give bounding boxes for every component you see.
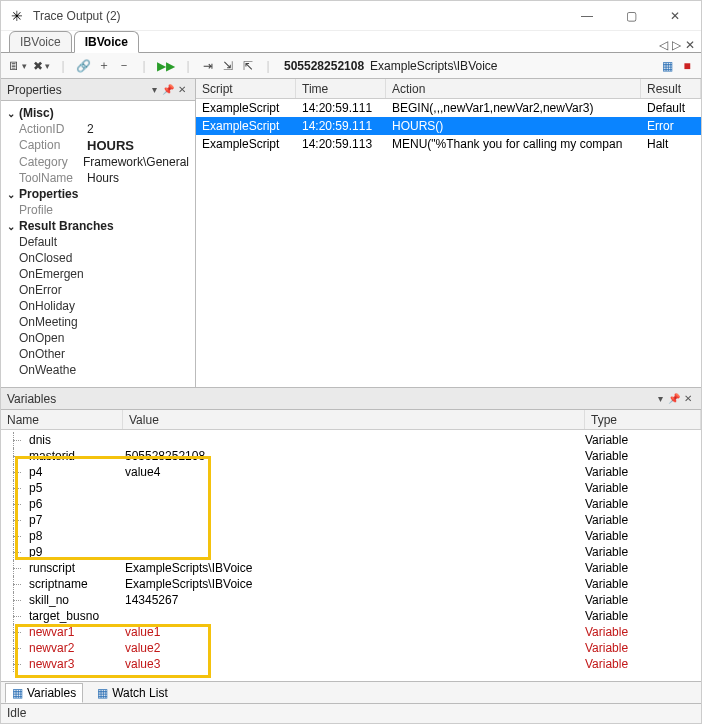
variable-row[interactable]: masterid505528252108Variable <box>1 448 701 464</box>
run-button[interactable]: ▶▶ <box>154 56 178 76</box>
var-type: Variable <box>585 625 701 639</box>
var-name: p4 <box>27 465 123 479</box>
tabs-close-button[interactable]: ✕ <box>685 38 695 52</box>
var-name: p7 <box>27 513 123 527</box>
remove-button[interactable]: － <box>114 56 134 76</box>
var-name: p5 <box>27 481 123 495</box>
stop-button[interactable]: ■ <box>677 56 697 76</box>
prop-row[interactable]: ToolNameHours <box>3 170 193 186</box>
result-branch[interactable]: OnWeathe <box>3 362 193 378</box>
variable-row[interactable]: runscriptExampleScripts\IBVoiceVariable <box>1 560 701 576</box>
toolbar: 🗏 ✖ | 🔗 ＋ － | ▶▶ | ⇥ ⇲ ⇱ | 505528252108 … <box>1 53 701 79</box>
variable-row[interactable]: newvar1value1Variable <box>1 624 701 640</box>
var-panel-dropdown-icon[interactable]: ▾ <box>653 393 667 404</box>
prop-group[interactable]: (Misc) <box>3 105 193 121</box>
open-dropdown[interactable]: 🗏 <box>5 56 30 76</box>
variable-row[interactable]: p9Variable <box>1 544 701 560</box>
col-time[interactable]: Time <box>296 79 386 98</box>
panel-close-icon[interactable]: ✕ <box>175 84 189 95</box>
result-branch[interactable]: OnMeeting <box>3 314 193 330</box>
tree-guide-icon <box>1 592 27 608</box>
var-type: Variable <box>585 641 701 655</box>
tree-guide-icon <box>1 576 27 592</box>
prop-row[interactable]: CaptionHOURS <box>3 137 193 154</box>
var-name: p9 <box>27 545 123 559</box>
tree-guide-icon <box>1 432 27 448</box>
contact-id: 505528252108 <box>284 59 364 73</box>
prop-value: Framework\General <box>83 155 189 169</box>
trace-row[interactable]: ExampleScript14:20:59.113MENU("%Thank yo… <box>196 135 701 153</box>
result-branch[interactable]: OnOpen <box>3 330 193 346</box>
var-col-type[interactable]: Type <box>585 410 701 429</box>
var-value: ExampleScripts\IBVoice <box>123 577 585 591</box>
trace-cell-action: MENU("%Thank you for calling my compan <box>386 136 641 152</box>
close-button[interactable]: ✕ <box>653 2 697 30</box>
trace-cell-script: ExampleScript <box>196 136 296 152</box>
variable-row[interactable]: target_busnoVariable <box>1 608 701 624</box>
result-branch[interactable]: OnOther <box>3 346 193 362</box>
col-result[interactable]: Result <box>641 79 701 98</box>
titlebar: ✳ Trace Output (2) — ▢ ✕ <box>1 1 701 31</box>
prop-group[interactable]: Result Branches <box>3 218 193 234</box>
step-over-icon[interactable]: ⇥ <box>198 56 218 76</box>
trace-row[interactable]: ExampleScript14:20:59.111HOURS()Error <box>196 117 701 135</box>
tree-guide-icon <box>1 624 27 640</box>
minimize-button[interactable]: — <box>565 2 609 30</box>
result-branch[interactable]: OnClosed <box>3 250 193 266</box>
result-branch[interactable]: OnEmergen <box>3 266 193 282</box>
tree-guide-icon <box>1 656 27 672</box>
var-type: Variable <box>585 657 701 671</box>
step-out-icon[interactable]: ⇱ <box>238 56 258 76</box>
trace-cell-time: 14:20:59.111 <box>296 100 386 116</box>
prop-row[interactable]: Profile <box>3 202 193 218</box>
var-pin-icon[interactable]: 📌 <box>667 393 681 404</box>
col-script[interactable]: Script <box>196 79 296 98</box>
variables-tab-icon: ▦ <box>12 686 23 700</box>
tab-watch-list[interactable]: ▦ Watch List <box>91 684 174 702</box>
result-branch[interactable]: OnError <box>3 282 193 298</box>
var-type: Variable <box>585 449 701 463</box>
prop-row[interactable]: ActionID2 <box>3 121 193 137</box>
variable-row[interactable]: p4value4Variable <box>1 464 701 480</box>
tree-guide-icon <box>1 544 27 560</box>
tools-dropdown[interactable]: ✖ <box>30 56 53 76</box>
variable-row[interactable]: p6Variable <box>1 496 701 512</box>
variable-row[interactable]: p8Variable <box>1 528 701 544</box>
tabs-prev-button[interactable]: ◁ <box>659 38 668 52</box>
variable-row[interactable]: skill_no14345267Variable <box>1 592 701 608</box>
col-action[interactable]: Action <box>386 79 641 98</box>
var-value: ExampleScripts\IBVoice <box>123 561 585 575</box>
prop-row[interactable]: CategoryFramework\General <box>3 154 193 170</box>
step-into-icon[interactable]: ⇲ <box>218 56 238 76</box>
tree-guide-icon <box>1 528 27 544</box>
tree-guide-icon <box>1 512 27 528</box>
result-branch[interactable]: Default <box>3 234 193 250</box>
link-icon[interactable]: 🔗 <box>73 56 94 76</box>
prop-value <box>87 203 189 217</box>
variable-row[interactable]: p5Variable <box>1 480 701 496</box>
variable-row[interactable]: newvar2value2Variable <box>1 640 701 656</box>
tab-variables[interactable]: ▦ Variables <box>5 683 83 703</box>
result-branch[interactable]: OnHoliday <box>3 298 193 314</box>
grid-icon[interactable]: ▦ <box>657 56 677 76</box>
var-close-icon[interactable]: ✕ <box>681 393 695 404</box>
tab-ibvoice-2[interactable]: IBVoice <box>74 31 139 53</box>
add-button[interactable]: ＋ <box>94 56 114 76</box>
var-col-name[interactable]: Name <box>1 410 123 429</box>
variable-row[interactable]: newvar3value3Variable <box>1 656 701 672</box>
tab-ibvoice-1[interactable]: IBVoice <box>9 31 72 53</box>
tabs-next-button[interactable]: ▷ <box>672 38 681 52</box>
pin-icon[interactable]: 📌 <box>161 84 175 95</box>
panel-dropdown-icon[interactable]: ▾ <box>147 84 161 95</box>
status-bar: Idle <box>1 703 701 723</box>
trace-row[interactable]: ExampleScript14:20:59.111BEGIN(,,,newVar… <box>196 99 701 117</box>
window-title: Trace Output (2) <box>29 9 565 23</box>
maximize-button[interactable]: ▢ <box>609 2 653 30</box>
variable-row[interactable]: dnisVariable <box>1 432 701 448</box>
variable-row[interactable]: scriptnameExampleScripts\IBVoiceVariable <box>1 576 701 592</box>
variable-row[interactable]: p7Variable <box>1 512 701 528</box>
var-type: Variable <box>585 561 701 575</box>
prop-group[interactable]: Properties <box>3 186 193 202</box>
var-col-value[interactable]: Value <box>123 410 585 429</box>
var-name: p6 <box>27 497 123 511</box>
